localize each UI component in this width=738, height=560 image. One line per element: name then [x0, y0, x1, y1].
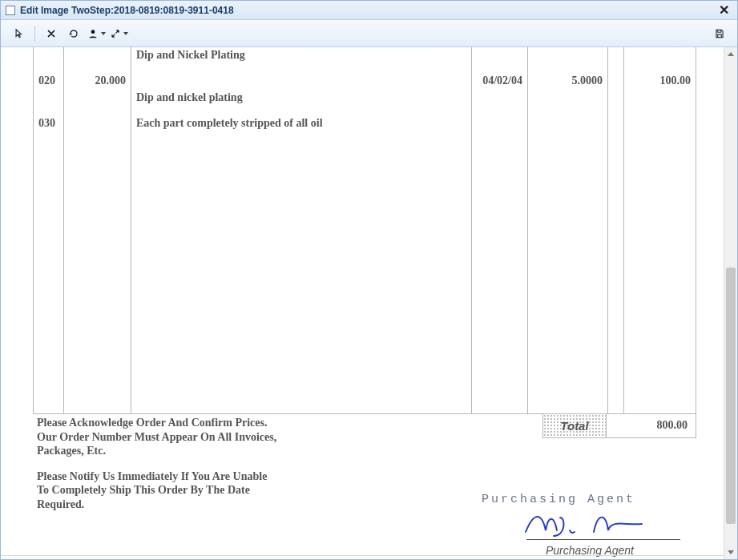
document-pane[interactable]: Dip and Nickel Plating 020 20.000 04/02/…	[1, 47, 724, 559]
signature-title-typed: Purchasing Agent	[482, 493, 635, 506]
chevron-up-icon	[728, 52, 734, 56]
cell-date	[472, 132, 528, 414]
expand-menu-button[interactable]	[107, 23, 130, 44]
cell-desc: Dip and Nickel Plating	[131, 47, 472, 63]
toolbar-separator	[34, 26, 35, 42]
pointer-tool-button[interactable]	[7, 23, 30, 44]
refresh-button[interactable]	[63, 23, 85, 44]
cell-line: 020	[34, 63, 64, 90]
toolbar	[1, 20, 737, 47]
cell-blank	[608, 132, 624, 414]
cell-ext	[624, 47, 696, 63]
cell-price: 5.0000	[528, 63, 608, 90]
table-row: 030 Each part completely stripped of all…	[34, 106, 696, 132]
signature-line	[526, 539, 680, 540]
cell-blank	[608, 106, 624, 132]
cell-desc: Each part completely stripped of all oil	[131, 106, 472, 132]
table-row: 020 20.000 04/02/04 5.0000 100.00	[34, 63, 696, 90]
edit-image-window: Edit Image TwoStep:2018-0819:0819-3911-0…	[0, 0, 738, 560]
cell-price	[528, 132, 608, 414]
user-icon	[87, 28, 99, 39]
document-page: Dip and Nickel Plating 020 20.000 04/02/…	[17, 47, 714, 559]
cell-blank	[608, 47, 624, 63]
cell-line	[34, 47, 64, 63]
window-title: Edit Image TwoStep:2018-0819:0819-3911-0…	[20, 5, 716, 16]
cell-ext	[624, 132, 696, 414]
footer-notices: Please Acknowledge Order And Confirm Pri…	[37, 416, 277, 511]
cancel-button[interactable]	[40, 23, 63, 44]
scrollbar-thumb[interactable]	[726, 268, 736, 524]
cell-ext	[624, 106, 696, 132]
content-area: Dip and Nickel Plating 020 20.000 04/02/…	[1, 47, 737, 559]
cell-line	[34, 90, 64, 106]
cell-line: 030	[34, 106, 64, 132]
cell-desc	[131, 63, 472, 90]
pane-bottom-rule	[1, 555, 724, 556]
cell-date	[472, 90, 528, 106]
cell-line	[34, 132, 64, 414]
cell-price	[528, 47, 608, 63]
footer-notice-2: Please Notify Us Immediately If You Are …	[37, 469, 277, 512]
cell-desc: Dip and nickel plating	[131, 90, 472, 106]
cell-qty: 20.000	[64, 63, 131, 90]
window-icon	[6, 6, 15, 15]
scroll-down-button[interactable]	[724, 546, 737, 559]
cell-qty	[64, 132, 131, 414]
total-label: Total	[542, 414, 607, 438]
cell-qty	[64, 106, 131, 132]
cell-ext: 100.00	[624, 63, 696, 90]
table-row: Dip and Nickel Plating	[34, 47, 696, 63]
pointer-icon	[13, 28, 24, 39]
window-titlebar: Edit Image TwoStep:2018-0819:0819-3911-0…	[1, 1, 737, 20]
chevron-down-icon	[101, 32, 106, 35]
svg-point-0	[91, 30, 95, 34]
table-row: Dip and nickel plating	[34, 90, 696, 106]
cell-price	[528, 90, 608, 106]
table-row-spacer	[34, 132, 696, 414]
close-icon	[46, 28, 57, 39]
save-button[interactable]	[708, 23, 731, 44]
order-lines-table: Dip and Nickel Plating 020 20.000 04/02/…	[33, 47, 696, 414]
cell-blank	[608, 90, 624, 106]
chevron-down-icon	[123, 32, 128, 35]
cell-date: 04/02/04	[472, 63, 528, 90]
cell-qty	[64, 90, 131, 106]
cell-price	[528, 106, 608, 132]
expand-icon	[110, 28, 121, 39]
cell-desc	[131, 132, 472, 414]
scroll-up-button[interactable]	[724, 47, 737, 61]
save-icon	[714, 28, 725, 39]
signature-image	[522, 508, 650, 540]
cell-ext	[624, 90, 696, 106]
cell-blank	[608, 63, 624, 90]
cell-date	[472, 47, 528, 63]
refresh-icon	[68, 28, 79, 39]
footer-notice-1: Please Acknowledge Order And Confirm Pri…	[37, 416, 277, 458]
cell-qty	[64, 47, 131, 63]
cell-date	[472, 106, 528, 132]
total-value: 800.00	[607, 414, 696, 438]
user-menu-button[interactable]	[85, 23, 107, 44]
vertical-scrollbar[interactable]	[724, 47, 737, 559]
chevron-down-icon	[728, 550, 734, 554]
window-close-button[interactable]: ✕	[716, 2, 732, 18]
